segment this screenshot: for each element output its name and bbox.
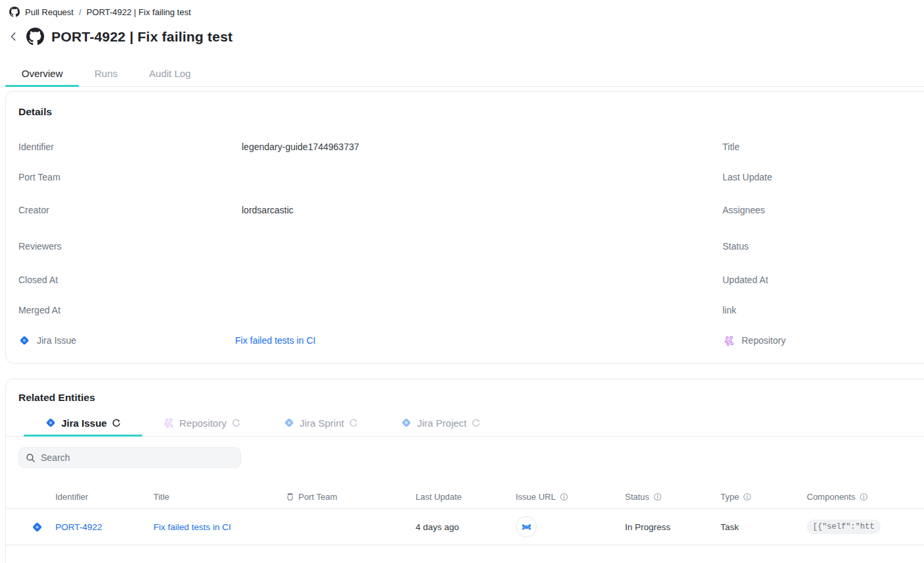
details-card: Details Identifier legendary-guide174496… [5, 91, 924, 363]
main-tab-bar: Overview Runs Audit Log [0, 61, 924, 87]
jira-icon [31, 521, 43, 533]
row-title-link[interactable]: Fix failed tests in CI [153, 522, 231, 532]
tab-overview[interactable]: Overview [5, 61, 79, 86]
back-button[interactable] [8, 31, 19, 42]
explore-arrow-icon[interactable] [471, 418, 481, 428]
field-title: Title [722, 140, 740, 154]
tab-audit-log[interactable]: Audit Log [133, 61, 207, 86]
row-type: Task [720, 522, 807, 532]
info-icon [560, 493, 568, 501]
row-issue-url [516, 516, 625, 537]
field-closed-at: Closed At [18, 273, 58, 287]
related-tab-repository[interactable]: Repository [142, 410, 262, 436]
issue-url-icon[interactable] [516, 516, 537, 537]
github-icon [26, 28, 44, 45]
row-components: [{"self":"htt [807, 520, 924, 534]
page-title: PORT-4922 | Fix failing test [51, 29, 232, 45]
row-identifier-link[interactable]: PORT-4922 [55, 522, 102, 532]
jira-issue-link[interactable]: Fix failed tests in CI [235, 335, 315, 346]
field-link: link [722, 303, 736, 317]
explore-arrow-icon[interactable] [348, 418, 358, 428]
related-tab-jira-sprint[interactable]: Jira Sprint [262, 410, 380, 436]
row-status: In Progress [625, 522, 720, 532]
repository-icon [724, 335, 735, 346]
jira-icon [400, 417, 412, 429]
col-port-team[interactable]: Port Team [286, 492, 416, 502]
jira-icon [18, 335, 30, 346]
components-json-chip[interactable]: [{"self":"htt [807, 520, 881, 534]
col-identifier[interactable]: Identifier [55, 492, 153, 502]
col-type[interactable]: Type [720, 492, 807, 502]
col-title[interactable]: Title [153, 492, 286, 502]
row-blueprint-icon-cell [18, 521, 55, 533]
row-last-update: 4 days ago [416, 522, 516, 532]
field-merged-at: Merged At [18, 303, 61, 317]
search-icon [26, 453, 36, 463]
col-components[interactable]: Components [807, 492, 924, 502]
jira-icon [45, 417, 57, 429]
related-tab-jira-issue[interactable]: Jira Issue [24, 410, 142, 436]
team-icon [286, 493, 294, 501]
table-row[interactable]: PORT-4922 Fix failed tests in CI 4 days … [6, 509, 924, 545]
explore-arrow-icon[interactable] [111, 418, 121, 428]
field-status: Status [722, 239, 749, 254]
col-last-update[interactable]: Last Update [416, 492, 516, 502]
table-header: Identifier Title Port Team Last Update I… [6, 485, 924, 509]
breadcrumb: Pull Request / PORT-4922 | Fix failing t… [9, 7, 191, 17]
col-status[interactable]: Status [625, 492, 720, 502]
tab-runs[interactable]: Runs [79, 61, 133, 86]
field-creator-value: lordsarcastic [242, 205, 294, 215]
breadcrumb-entity[interactable]: PORT-4922 | Fix failing test [86, 7, 190, 17]
breadcrumb-separator: / [79, 7, 82, 17]
related-entities-heading: Related Entities [18, 392, 95, 404]
info-icon [653, 493, 662, 501]
title-bar: PORT-4922 | Fix failing test [8, 28, 232, 45]
col-issue-url[interactable]: Issue URL [516, 492, 625, 502]
repository-icon [163, 417, 175, 429]
field-jira-issue: Jira Issue Fix failed tests in CI [18, 333, 76, 348]
field-repository: Repository [724, 333, 786, 348]
info-icon [859, 493, 868, 501]
breadcrumb-pull-request[interactable]: Pull Request [25, 7, 74, 17]
field-port-team: Port Team [18, 170, 61, 184]
field-last-update: Last Update [722, 170, 773, 184]
github-icon [9, 7, 20, 17]
field-identifier-value: legendary-guide1744963737 [242, 142, 359, 152]
related-tab-bar: Jira Issue Repository Jira Sprint [6, 410, 924, 437]
explore-arrow-icon[interactable] [231, 418, 241, 428]
search-input[interactable] [41, 452, 234, 463]
page-root: Pull Request / PORT-4922 | Fix failing t… [0, 0, 924, 563]
details-heading: Details [18, 106, 52, 118]
field-creator: Creator lordsarcastic [18, 203, 49, 217]
info-icon [743, 493, 751, 501]
field-identifier: Identifier legendary-guide1744963737 [18, 140, 54, 154]
field-assignees: Assignees [722, 203, 765, 217]
related-tab-jira-project[interactable]: Jira Project [379, 410, 502, 436]
search-box [18, 447, 241, 468]
field-reviewers: Reviewers [18, 239, 61, 254]
field-updated-at: Updated At [722, 273, 768, 287]
related-entities-card: Related Entities Jira Issue Repository [5, 379, 924, 563]
jira-icon [283, 417, 295, 429]
